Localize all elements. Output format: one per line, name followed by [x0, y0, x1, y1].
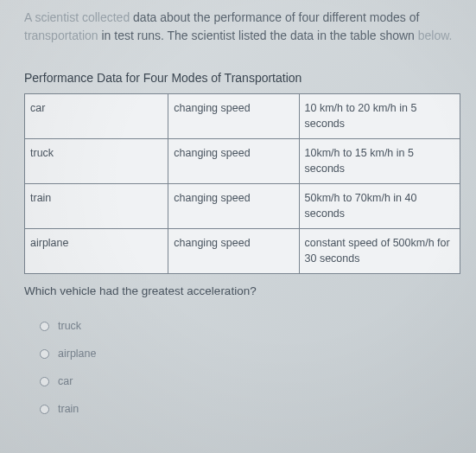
cell-state: changing speed	[168, 139, 299, 184]
cell-mode: airplane	[25, 229, 168, 274]
intro-text-1: data about the performance of four diffe…	[130, 10, 419, 24]
intro-fade-3: below.	[418, 29, 453, 42]
data-table: car changing speed 10 km/h to 20 km/h in…	[24, 93, 460, 274]
table-title: Performance Data for Four Modes of Trans…	[24, 71, 460, 85]
option-label: train	[58, 403, 79, 415]
radio-icon	[40, 322, 49, 331]
table-row: train changing speed 50km/h to 70km/h in…	[25, 184, 460, 229]
cell-state: changing speed	[168, 229, 299, 274]
cell-mode: truck	[25, 139, 168, 184]
cell-detail: 50km/h to 70km/h in 40 seconds	[299, 184, 460, 229]
cell-detail: constant speed of 500km/h for 30 seconds	[299, 229, 460, 274]
cell-detail: 10 km/h to 20 km/h in 5 seconds	[299, 94, 460, 139]
option-airplane[interactable]: airplane	[40, 348, 460, 360]
table-row: airplane changing speed constant speed o…	[25, 229, 460, 274]
option-label: car	[58, 375, 73, 387]
cell-state: changing speed	[168, 184, 299, 229]
cell-state: changing speed	[168, 94, 299, 139]
intro-text-2: in test runs. The scientist listed the d…	[98, 29, 418, 42]
option-label: airplane	[58, 348, 96, 360]
question-intro: A scientist collected data about the per…	[24, 9, 460, 45]
answer-options: truck airplane car train	[24, 320, 460, 415]
option-train[interactable]: train	[40, 403, 460, 415]
table-row: car changing speed 10 km/h to 20 km/h in…	[25, 94, 460, 139]
cell-mode: car	[25, 94, 168, 139]
radio-icon	[40, 377, 49, 386]
radio-icon	[40, 405, 49, 414]
cell-mode: train	[25, 184, 168, 229]
option-truck[interactable]: truck	[40, 320, 460, 332]
option-label: truck	[58, 320, 81, 332]
sub-question: Which vehicle had the greatest accelerat…	[24, 284, 460, 297]
table-row: truck changing speed 10km/h to 15 km/h i…	[25, 139, 460, 184]
option-car[interactable]: car	[40, 375, 460, 387]
radio-icon	[40, 349, 49, 359]
intro-fade-1: A scientist collected	[24, 10, 130, 24]
intro-fade-2: transportation	[24, 29, 98, 42]
cell-detail: 10km/h to 15 km/h in 5 seconds	[299, 139, 460, 184]
